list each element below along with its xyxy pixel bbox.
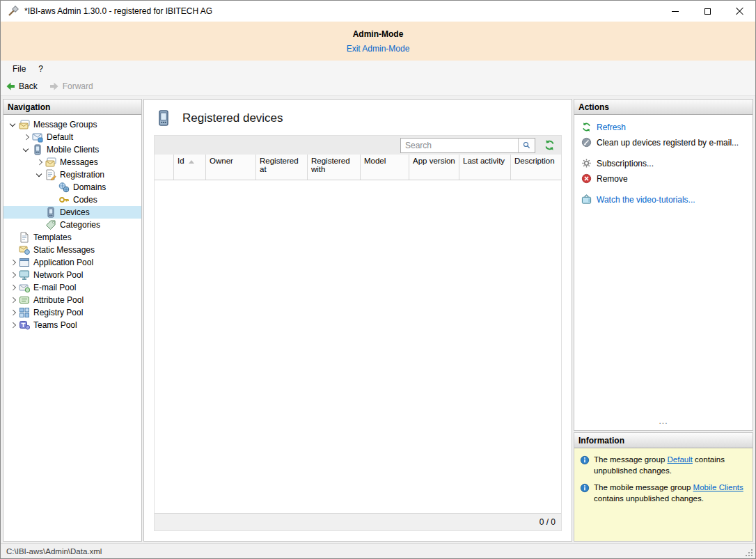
chevron-right-icon[interactable] <box>21 132 32 143</box>
tree-item-default[interactable]: Default <box>3 131 141 143</box>
table-header-row: Id Owner Registered at Registered with M… <box>155 155 561 180</box>
expander-placeholder <box>47 194 58 205</box>
column-header-id[interactable]: Id <box>174 155 206 180</box>
resize-grip-icon[interactable] <box>745 549 753 556</box>
chevron-right-icon[interactable] <box>8 257 19 268</box>
minimize-icon <box>672 11 679 12</box>
table-body-empty[interactable] <box>155 180 561 513</box>
mobile-clients-icon <box>32 144 43 155</box>
message-groups-icon <box>19 119 30 130</box>
tree-item-devices[interactable]: Devices <box>3 206 141 219</box>
remove-icon <box>581 173 592 184</box>
tree-item-mobile-clients[interactable]: Mobile Clients <box>3 143 141 156</box>
forward-label: Forward <box>63 81 93 91</box>
back-button[interactable]: Back <box>5 81 38 92</box>
tree-item-static-messages[interactable]: Static Messages <box>3 244 141 256</box>
tree-item-network-pool[interactable]: Network Pool <box>3 269 141 281</box>
row-selector-column <box>155 155 174 180</box>
tree-item-email-pool[interactable]: E-mail Pool <box>3 281 141 294</box>
search-button[interactable] <box>518 139 535 152</box>
tree-item-registry-pool[interactable]: Registry Pool <box>3 306 141 319</box>
search-icon <box>523 141 530 150</box>
tree-item-application-pool[interactable]: Application Pool <box>3 256 141 269</box>
application-pool-icon <box>19 257 30 268</box>
forward-button[interactable]: Forward <box>49 81 93 92</box>
key-icon <box>58 194 70 205</box>
title-bar: *IBI-aws Admin 1.30.0 - registered for I… <box>1 1 755 22</box>
column-header-description[interactable]: Description <box>511 155 561 180</box>
forward-arrow-icon <box>49 81 60 92</box>
search-strip <box>155 136 561 155</box>
column-header-last-activity[interactable]: Last activity <box>459 155 511 180</box>
tree-item-attribute-pool[interactable]: Attribute Pool <box>3 294 141 306</box>
domains-icon <box>58 182 70 193</box>
info-icon <box>580 455 590 465</box>
expander-placeholder <box>8 232 19 243</box>
tree-item-messages[interactable]: Messages <box>3 156 141 168</box>
action-subscriptions[interactable]: Subscriptions... <box>581 158 746 168</box>
tree-item-registration[interactable]: Registration <box>3 168 141 181</box>
attribute-pool-icon <box>19 294 30 306</box>
information-header: Information <box>574 433 753 448</box>
action-remove[interactable]: Remove <box>581 173 746 184</box>
info-icon <box>580 483 590 493</box>
info-item-default-group: The message group Default contains unpub… <box>580 455 747 476</box>
expander-placeholder <box>8 244 19 255</box>
chevron-right-icon[interactable] <box>8 320 19 331</box>
tree-item-codes[interactable]: Codes <box>3 194 141 206</box>
menu-help[interactable]: ? <box>32 62 49 76</box>
maximize-button[interactable] <box>691 1 723 22</box>
page-title: Registered devices <box>182 111 283 125</box>
mobile-clients-group-link[interactable]: Mobile Clients <box>693 483 743 491</box>
chevron-right-icon[interactable] <box>8 307 19 318</box>
chevron-right-icon[interactable] <box>8 269 19 281</box>
action-watch-video-tutorials[interactable]: Watch the video-tutorials... <box>581 194 746 205</box>
tree-item-domains[interactable]: Domains <box>3 181 141 194</box>
chevron-down-icon[interactable] <box>34 169 45 180</box>
action-refresh[interactable]: Refresh <box>581 122 746 132</box>
column-header-registered-with[interactable]: Registered with <box>308 155 361 180</box>
menu-file[interactable]: File <box>6 62 32 76</box>
window-title: *IBI-aws Admin 1.30.0 - registered for I… <box>24 6 212 16</box>
info-text: The message group <box>594 455 667 464</box>
information-panel: Information The message group Default co… <box>574 432 753 542</box>
sort-ascending-icon <box>189 160 194 164</box>
minimize-button[interactable] <box>659 1 691 22</box>
admin-mode-banner: Admin-Mode Exit Admin-Mode <box>1 22 755 61</box>
mobile-device-icon <box>155 108 172 128</box>
column-header-app-version[interactable]: App version <box>409 155 459 180</box>
chevron-down-icon[interactable] <box>21 144 32 155</box>
tree-item-categories[interactable]: Categories <box>3 219 141 231</box>
app-window: *IBI-aws Admin 1.30.0 - registered for I… <box>0 0 756 559</box>
tree-item-message-groups[interactable]: Message Groups <box>3 118 141 131</box>
default-group-link[interactable]: Default <box>667 455 692 464</box>
close-button[interactable] <box>723 1 755 22</box>
subscriptions-icon <box>581 158 592 168</box>
expander-placeholder <box>47 182 58 193</box>
navigation-tree: Message Groups Default Mobile Clients Me… <box>3 115 141 331</box>
tree-item-teams-pool[interactable]: Teams Pool <box>3 319 141 331</box>
expander-placeholder <box>34 207 45 218</box>
info-item-mobile-clients-group: The mobile message group Mobile Clients … <box>580 482 747 504</box>
column-header-owner[interactable]: Owner <box>206 155 256 180</box>
chevron-right-icon[interactable] <box>34 157 45 168</box>
chevron-down-icon[interactable] <box>8 119 19 130</box>
actions-overflow-indicator[interactable]: ... <box>581 416 746 427</box>
device-icon <box>45 207 56 218</box>
devices-table: Id Owner Registered at Registered with M… <box>154 135 562 531</box>
tree-item-templates[interactable]: Templates <box>3 231 141 244</box>
maximize-icon <box>704 8 711 15</box>
registry-pool-icon <box>19 307 30 318</box>
chevron-right-icon[interactable] <box>8 282 19 293</box>
table-refresh-button[interactable] <box>544 139 556 151</box>
exit-admin-mode-link[interactable]: Exit Admin-Mode <box>347 44 410 54</box>
column-header-model[interactable]: Model <box>361 155 409 180</box>
column-header-registered-at[interactable]: Registered at <box>256 155 308 180</box>
refresh-icon <box>581 122 592 132</box>
chevron-right-icon[interactable] <box>8 294 19 306</box>
navigation-header: Navigation <box>3 100 141 115</box>
main-panel: Registered devices <box>143 99 572 542</box>
action-clean-up-devices[interactable]: Clean up devices registerd by e-mail... <box>581 137 746 148</box>
data-file-path: C:\IBI-aws\Admin\Data.xml <box>6 547 102 556</box>
search-input[interactable] <box>401 139 518 152</box>
